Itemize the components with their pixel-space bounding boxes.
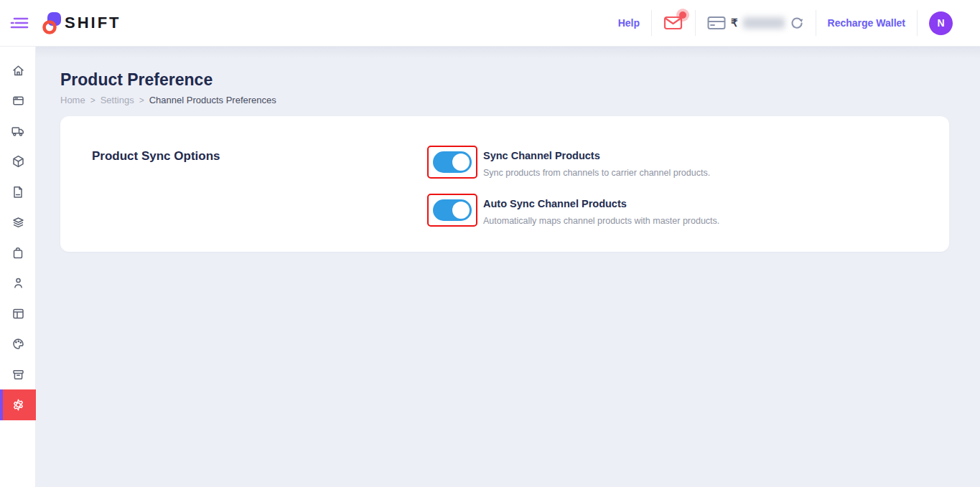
dashboard-layout-icon <box>12 308 24 320</box>
sidebar-item-billing[interactable] <box>0 85 36 115</box>
breadcrumb: Home > Settings > Channel Products Prefe… <box>60 95 276 105</box>
toggle-highlight-box <box>427 146 477 179</box>
palette-icon <box>12 338 24 350</box>
document-icon <box>12 186 24 199</box>
recharge-wallet-link[interactable]: Recharge Wallet <box>828 17 905 29</box>
help-link[interactable]: Help <box>618 17 640 29</box>
app-root: SHIFT Help ₹ <box>0 0 980 487</box>
option-text: Sync Channel Products Sync products from… <box>483 146 710 178</box>
sync-channel-products-toggle[interactable] <box>433 151 472 173</box>
breadcrumb-home[interactable]: Home <box>60 95 85 105</box>
option-description: Automatically maps channel products with… <box>483 216 719 226</box>
sidebar-item-archive[interactable] <box>0 359 36 389</box>
user-icon <box>12 277 24 289</box>
sidebar-item-settings[interactable] <box>0 389 36 420</box>
settings-gear-icon <box>12 399 24 411</box>
product-sync-preferences-card: Product Sync Options Sync Channel Produc… <box>60 116 949 252</box>
breadcrumb-settings[interactable]: Settings <box>101 95 134 105</box>
sync-options-list: Sync Channel Products Sync products from… <box>427 146 719 227</box>
sidebar-item-documents[interactable] <box>0 177 36 207</box>
auto-sync-channel-products-toggle[interactable] <box>433 199 472 221</box>
toggle-knob <box>452 153 470 171</box>
brand-logo-text: SHIFT <box>65 14 121 32</box>
breadcrumb-current: Channel Products Preferences <box>149 95 276 105</box>
sidebar-item-products[interactable] <box>0 146 36 176</box>
refresh-icon-svg <box>790 16 804 30</box>
breadcrumb-separator: > <box>139 95 144 105</box>
currency-symbol: ₹ <box>731 16 738 29</box>
credit-card-icon <box>707 16 726 30</box>
section-title: Product Sync Options <box>92 149 220 164</box>
wallet-balance-redacted <box>743 17 785 29</box>
user-avatar[interactable]: N <box>929 11 953 35</box>
billing-card-icon <box>12 95 24 107</box>
package-icon <box>12 155 24 168</box>
sidebar-item-dashboard[interactable] <box>0 298 36 328</box>
brand-logo[interactable]: SHIFT <box>42 11 121 34</box>
hamburger-icon-svg <box>10 15 29 31</box>
top-header: SHIFT Help ₹ <box>0 0 980 47</box>
sidebar-item-orders[interactable] <box>0 237 36 268</box>
sidebar-item-home[interactable] <box>0 55 36 85</box>
sidebar-item-shipping[interactable] <box>0 116 36 146</box>
wallet-balance: ₹ <box>707 16 804 30</box>
bag-icon <box>12 247 24 260</box>
sidebar-item-inventory[interactable] <box>0 207 36 237</box>
header-divider <box>651 10 652 36</box>
notifications-mail-icon[interactable] <box>663 14 683 32</box>
option-row-auto-sync-channel-products: Auto Sync Channel Products Automatically… <box>427 194 719 227</box>
toggle-highlight-box <box>427 194 477 227</box>
breadcrumb-separator: > <box>90 95 95 105</box>
page-title: Product Preference <box>60 70 213 90</box>
archive-box-icon <box>12 369 24 381</box>
layers-icon <box>12 217 24 229</box>
option-row-sync-channel-products: Sync Channel Products Sync products from… <box>427 146 719 179</box>
toggle-knob <box>452 202 470 219</box>
header-right: Help ₹ <box>618 10 953 36</box>
sidebar-item-appearance[interactable] <box>0 329 36 359</box>
refresh-balance-icon[interactable] <box>790 16 804 30</box>
option-description: Sync products from channels to carrier c… <box>483 168 710 178</box>
option-label: Sync Channel Products <box>483 150 710 161</box>
header-divider <box>695 10 696 36</box>
option-label: Auto Sync Channel Products <box>483 198 719 209</box>
brand-logo-glyph-icon <box>42 11 62 34</box>
shipping-truck-icon <box>11 125 24 137</box>
option-text: Auto Sync Channel Products Automatically… <box>483 194 719 226</box>
header-divider <box>917 10 918 36</box>
header-left: SHIFT <box>10 11 121 34</box>
notification-dot <box>679 11 686 19</box>
sidebar <box>0 47 36 487</box>
header-divider <box>816 10 816 36</box>
home-icon <box>12 65 24 77</box>
menu-toggle-icon[interactable] <box>10 15 29 31</box>
main-content: Product Preference Home > Settings > Cha… <box>36 47 980 487</box>
sidebar-item-customers[interactable] <box>0 268 36 298</box>
